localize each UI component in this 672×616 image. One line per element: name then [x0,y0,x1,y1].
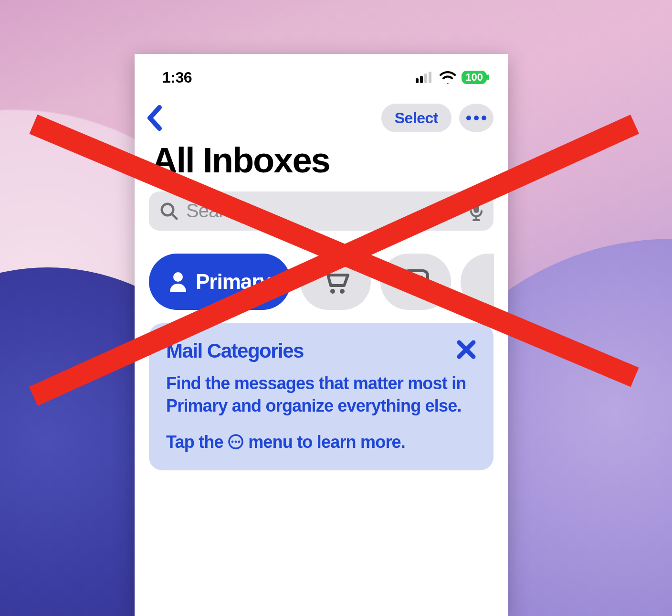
svg-line-5 [172,214,177,219]
info-card-line1: Find the messages that matter most in Pr… [166,372,476,417]
svg-rect-2 [424,74,427,83]
svg-point-19 [235,440,237,443]
info-card-close-button[interactable] [456,340,476,361]
mail-categories-card: Mail Categories Find the messages that m… [149,323,494,471]
back-button[interactable] [145,105,164,131]
info-card-line2: Tap the menu to learn more. [166,431,476,454]
svg-rect-3 [429,72,431,83]
search-icon [159,202,178,221]
svg-point-9 [173,272,183,282]
svg-point-18 [231,440,234,443]
microphone-icon[interactable] [470,201,483,222]
wallpaper-canvas: 1:36 100 [0,0,672,616]
search-placeholder: Search [186,200,462,222]
info-card-body: Find the messages that matter most in Pr… [166,372,476,454]
chat-icon [402,269,430,295]
status-indicators: 100 [416,71,487,84]
more-inline-icon [228,434,244,450]
wifi-icon [440,71,456,84]
category-chip-primary-label: Primary [196,270,271,294]
svg-point-20 [238,440,241,443]
category-chip-more[interactable] [461,254,494,310]
battery-indicator: 100 [462,71,487,84]
category-chip-updates[interactable] [380,254,451,310]
category-chip-row[interactable]: Primary [135,242,508,323]
svg-rect-1 [420,76,423,83]
chevron-left-icon [145,105,164,131]
mail-app-screenshot: 1:36 100 [135,54,508,616]
person-icon [169,271,187,292]
info-card-line2a: Tap the [166,432,228,452]
nav-bar: Select [135,94,508,137]
svg-rect-12 [404,271,428,288]
search-input[interactable]: Search [149,191,494,231]
category-chip-transactions[interactable] [300,254,371,310]
more-icon [466,116,486,120]
cellular-icon [416,72,434,83]
status-bar: 1:36 100 [135,54,508,94]
category-chip-primary[interactable]: Primary [149,254,291,310]
select-button[interactable]: Select [381,104,452,132]
more-button[interactable] [459,104,494,132]
svg-rect-0 [416,78,419,83]
status-time: 1:36 [162,69,192,86]
svg-rect-6 [473,202,479,213]
info-card-line2b: menu to learn more. [244,432,405,452]
select-button-label: Select [395,109,438,127]
page-title: All Inboxes [135,137,508,191]
info-card-title: Mail Categories [166,340,304,362]
cart-icon [321,268,350,295]
svg-point-11 [340,289,345,294]
close-icon [456,340,476,360]
svg-point-10 [330,289,335,294]
